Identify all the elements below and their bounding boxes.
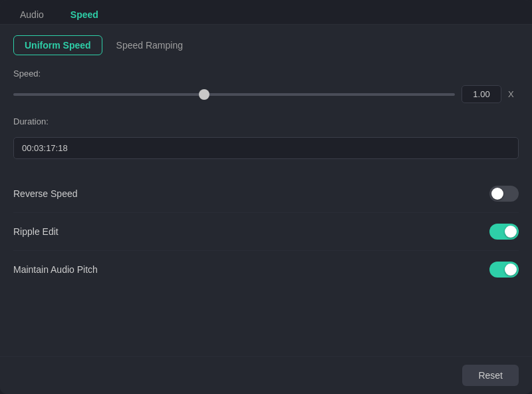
reverse-speed-thumb xyxy=(491,188,503,200)
duration-section: Duration: xyxy=(13,116,519,159)
toggle-rows: Reverse Speed Ripple Edit Maintain Aud xyxy=(13,175,519,288)
subtab-speed-ramping[interactable]: Speed Ramping xyxy=(105,35,194,55)
reverse-speed-toggle[interactable] xyxy=(489,186,519,202)
speed-x-label: X xyxy=(508,89,519,99)
toggle-row-ripple-edit: Ripple Edit xyxy=(13,213,519,251)
reset-button[interactable]: Reset xyxy=(462,365,519,386)
subtab-uniform-speed[interactable]: Uniform Speed xyxy=(13,35,102,55)
top-tabs: Audio Speed xyxy=(0,0,532,25)
speed-slider-container xyxy=(13,88,455,101)
bottom-bar: Reset xyxy=(0,356,532,394)
tab-audio[interactable]: Audio xyxy=(8,5,56,24)
duration-label: Duration: xyxy=(13,116,519,126)
speed-label: Speed: xyxy=(13,69,519,79)
duration-input[interactable] xyxy=(13,137,519,159)
ripple-edit-toggle[interactable] xyxy=(489,224,519,240)
toggle-row-maintain-audio-pitch: Maintain Audio Pitch xyxy=(13,251,519,288)
content-area: Uniform Speed Speed Ramping Speed: X Dur… xyxy=(0,25,532,356)
maintain-audio-pitch-thumb xyxy=(505,264,517,276)
ripple-edit-thumb xyxy=(505,226,517,238)
app-container: Audio Speed Uniform Speed Speed Ramping … xyxy=(0,0,532,394)
tab-speed[interactable]: Speed xyxy=(59,5,110,24)
maintain-audio-pitch-toggle[interactable] xyxy=(489,262,519,278)
ripple-edit-label: Ripple Edit xyxy=(13,226,59,237)
speed-row: X xyxy=(13,85,519,103)
speed-value-input[interactable] xyxy=(462,85,501,103)
maintain-audio-pitch-label: Maintain Audio Pitch xyxy=(13,264,98,275)
toggle-row-reverse-speed: Reverse Speed xyxy=(13,175,519,213)
speed-slider[interactable] xyxy=(13,93,455,96)
reverse-speed-label: Reverse Speed xyxy=(13,188,78,199)
sub-tabs: Uniform Speed Speed Ramping xyxy=(13,35,519,55)
